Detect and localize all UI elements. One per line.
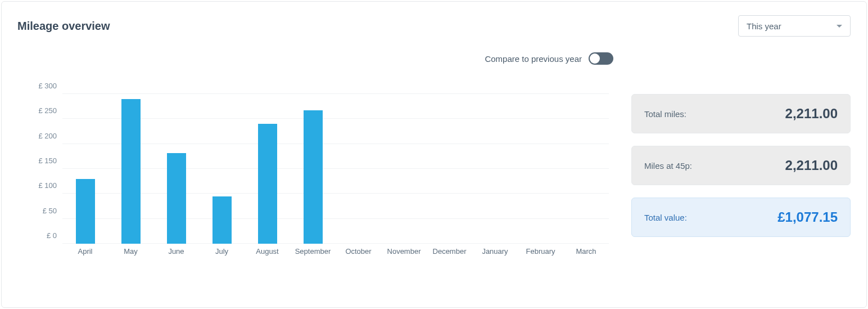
bars-row: [62, 94, 609, 244]
bar-april[interactable]: [76, 179, 95, 244]
stat-label: Miles at 45p:: [644, 161, 692, 171]
stat-label: Total value:: [644, 213, 687, 222]
y-tick-label: £ 250: [38, 106, 57, 115]
x-tick-label: February: [518, 247, 563, 263]
x-tick-label: December: [427, 247, 472, 263]
bar-slot: [518, 94, 563, 244]
y-tick-label: £ 50: [43, 206, 57, 214]
header-row: Mileage overview This year: [17, 15, 851, 37]
x-tick-label: June: [153, 247, 199, 263]
mileage-overview-card: Mileage overview This year Compare to pr…: [1, 1, 867, 308]
x-tick-label: April: [62, 247, 108, 263]
page-title: Mileage overview: [17, 20, 110, 33]
mileage-bar-chart: £ 0£ 50£ 100£ 150£ 200£ 250£ 300 AprilMa…: [17, 94, 609, 263]
y-tick-label: £ 0: [47, 231, 57, 240]
stat-value: £1,077.15: [777, 209, 838, 225]
bar-slot: [153, 94, 199, 244]
compare-toggle[interactable]: [589, 52, 613, 65]
bar-slot: [336, 94, 381, 244]
x-tick-label: October: [336, 247, 381, 263]
compare-label: Compare to previous year: [485, 54, 582, 64]
compare-row: Compare to previous year: [17, 52, 613, 65]
y-tick-label: £ 200: [38, 131, 57, 140]
x-tick-label: May: [108, 247, 153, 263]
stat-label: Total miles:: [644, 109, 686, 119]
content-row: £ 0£ 50£ 100£ 150£ 200£ 250£ 300 AprilMa…: [17, 94, 851, 263]
y-tick-label: £ 100: [38, 181, 57, 190]
period-dropdown[interactable]: This year: [738, 15, 851, 37]
bar-slot: [62, 94, 108, 244]
stat-box-0: Total miles:2,211.00: [631, 94, 851, 133]
x-tick-label: August: [245, 247, 290, 263]
bar-slot: [245, 94, 290, 244]
toggle-knob: [590, 53, 600, 64]
y-tick-label: £ 300: [38, 82, 57, 90]
bar-slot: [472, 94, 518, 244]
bar-slot: [427, 94, 472, 244]
stats-column: Total miles:2,211.00Miles at 45p:2,211.0…: [631, 94, 851, 237]
stat-box-2: Total value:£1,077.15: [631, 198, 851, 237]
bar-slot: [199, 94, 245, 244]
x-tick-label: September: [290, 247, 336, 263]
stat-value: 2,211.00: [785, 106, 838, 122]
stat-box-1: Miles at 45p:2,211.00: [631, 146, 851, 185]
bar-slot: [563, 94, 609, 244]
stat-value: 2,211.00: [785, 158, 838, 173]
bar-august[interactable]: [258, 124, 277, 244]
bar-slot: [290, 94, 336, 244]
period-dropdown-label: This year: [747, 21, 781, 31]
x-tick-label: July: [199, 247, 245, 263]
y-tick-label: £ 150: [38, 156, 57, 165]
bar-july[interactable]: [213, 196, 232, 244]
x-tick-label: November: [381, 247, 427, 263]
bar-september[interactable]: [304, 110, 323, 244]
x-tick-label: March: [563, 247, 609, 263]
x-tick-label: January: [472, 247, 518, 263]
bar-slot: [381, 94, 427, 244]
chevron-down-icon: [837, 25, 842, 28]
bar-may[interactable]: [121, 99, 141, 244]
bar-june[interactable]: [167, 153, 186, 244]
bar-slot: [108, 94, 153, 244]
